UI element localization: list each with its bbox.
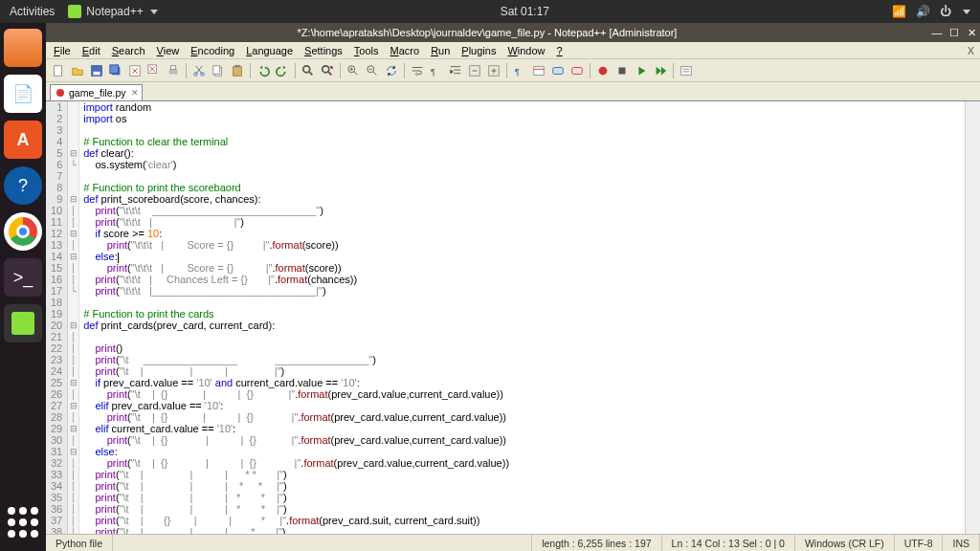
toolbar-copy-button[interactable] [210,62,227,79]
toolbar-save-all-button[interactable] [107,62,124,79]
code-line[interactable]: def print_scoreboard(score, chances): [83,193,965,205]
toolbar-redo-button[interactable] [274,62,291,79]
menu-tools[interactable]: Tools [354,45,379,56]
dock-help[interactable]: ? [4,166,42,205]
code-line[interactable]: print("\t\t\t |_________________________… [83,285,965,297]
toolbar-save-button[interactable] [88,62,105,79]
code-line[interactable]: print("\t | {} | | * |".format(prev_card… [83,515,965,526]
menu-edit[interactable]: Edit [82,45,100,56]
code-line[interactable]: def clear(): [83,147,965,159]
code-line[interactable]: print("\t\t\t | Score = {} |".format(sco… [83,239,965,251]
editor[interactable]: 1234567891011121314151617181920212223242… [46,101,980,534]
menubar-close-button[interactable]: X [968,45,974,56]
toolbar-zoom-out-button[interactable] [364,62,381,79]
menu-macro[interactable]: Macro [390,45,420,56]
menu-encoding[interactable]: Encoding [190,45,234,56]
code-line[interactable]: elif current_card.value == '10': [83,423,965,434]
code-line[interactable]: print("\t | {} | | {} |".format(prev_car… [83,411,965,423]
code-line[interactable]: print("\t | | | * * |") [83,503,965,515]
toolbar-close-button[interactable] [126,62,144,79]
dock-terminal[interactable]: >_ [4,258,42,297]
dock-writer[interactable]: 📄 [4,75,42,113]
toolbar-lang-button[interactable] [530,62,547,79]
code-line[interactable]: os.system('clear') [83,159,965,170]
menu-language[interactable]: Language [246,45,293,56]
code-line[interactable]: print("\t ________________ _____________… [83,354,965,365]
menu-run[interactable]: Run [431,45,450,56]
toolbar-sync-button[interactable] [383,62,400,79]
menu-settings[interactable]: Settings [304,45,343,56]
code-line[interactable]: # Function to print the scorebaord [83,182,965,193]
code-line[interactable]: def print_cards(prev_card, current_card)… [83,320,965,331]
dock-chrome[interactable] [4,212,42,251]
code-line[interactable]: if prev_card.value == '10' and current_c… [83,377,965,388]
toolbar-pilcrow-button[interactable]: ¶ [511,62,528,79]
toolbar-paste-button[interactable] [229,62,246,79]
menu-file[interactable]: File [54,45,71,56]
code-line[interactable] [83,170,965,182]
code-line[interactable]: print("\t | | | |") [83,365,965,377]
code-line[interactable]: import random [83,101,965,113]
code-line[interactable]: print("\t | | | * * |") [83,480,965,492]
toolbar-find-button[interactable] [300,62,317,79]
scrollbar-vertical[interactable] [965,101,980,534]
dock-software[interactable]: A [4,121,42,159]
code-line[interactable]: else: [83,251,965,262]
code-line[interactable]: # Function to clear the terminal [83,136,965,147]
toolbar-uncomment-button[interactable] [568,62,586,79]
code-line[interactable]: print("\t\t\t | Score = {} |".format(sco… [83,262,965,274]
toolbar-close-all-button[interactable] [145,62,163,79]
toolbar-cut-button[interactable] [190,62,208,79]
code-line[interactable] [83,297,965,308]
code-line[interactable]: print("\t\t\t | Chances Left = {} |".for… [83,274,965,285]
topbar-clock[interactable]: Sat 01:17 [158,5,892,18]
titlebar[interactable]: *Z:\home\aprataksh\Desktop\journaldev\ga… [46,23,980,42]
status-ins[interactable]: INS [943,535,980,551]
status-enc[interactable]: UTF-8 [895,535,944,551]
maximize-button[interactable]: ☐ [946,27,963,39]
menu-?[interactable]: ? [557,45,563,56]
code-line[interactable] [83,331,965,342]
toolbar-macro-list-button[interactable] [678,62,695,79]
toolbar-fold-button[interactable] [466,62,483,79]
toolbar-undo-button[interactable] [255,62,272,79]
close-button[interactable]: ✕ [963,27,980,39]
dock-notepadpp[interactable] [4,304,42,342]
code-line[interactable]: print("\t | {} | | {} |".format(prev_car… [83,388,965,400]
tab-game-file[interactable]: game_file.py ✕ [50,84,143,100]
network-icon[interactable]: 📶 [892,5,906,18]
toolbar-play-many-button[interactable] [652,62,669,79]
code-line[interactable]: print("\t\t\t | |") [83,216,965,228]
toolbar-record-button[interactable] [594,62,612,79]
toolbar-print-button[interactable] [165,62,182,79]
power-icon[interactable]: ⏻ [940,5,951,18]
show-applications-button[interactable] [4,503,42,541]
minimize-button[interactable]: — [928,27,946,38]
menu-window[interactable]: Window [507,45,545,56]
code-line[interactable]: print("\t | | | * * |") [83,492,965,503]
toolbar-unfold-button[interactable] [485,62,502,79]
code-line[interactable]: import os [83,113,965,124]
code-line[interactable]: # Function to print the cards [83,308,965,320]
code-area[interactable]: import randomimport os # Function to cle… [79,101,965,534]
code-line[interactable]: print("\t | {} | | {} |".format(prev_car… [83,434,965,446]
tab-close-button[interactable]: ✕ [131,88,139,98]
topbar-app[interactable]: Notepad++ [68,5,157,18]
toolbar-replace-button[interactable] [319,62,336,79]
code-line[interactable]: else: [83,446,965,457]
code-line[interactable] [83,124,965,136]
fold-gutter[interactable]: ⊟└⊟││⊟│⊟││└⊟││││⊟│⊟│⊟│⊟││││││││││ [68,101,79,534]
activities-button[interactable]: Activities [10,5,55,18]
toolbar-zoom-in-button[interactable] [345,62,362,79]
code-line[interactable]: print() [83,342,965,354]
code-line[interactable]: print("\t | {} | | {} |".format(prev_car… [83,457,965,469]
toolbar-open-button[interactable] [69,62,86,79]
code-line[interactable]: if score >= 10: [83,228,965,239]
code-line[interactable]: print("\t | | | * |") [83,526,965,534]
toolbar-wrap-button[interactable] [409,62,426,79]
volume-icon[interactable]: 🔊 [916,5,930,18]
dock-files[interactable] [4,29,42,67]
toolbar-stop-button[interactable] [613,62,631,79]
code-line[interactable]: elif prev_card.value == '10': [83,400,965,411]
menu-view[interactable]: View [157,45,180,56]
